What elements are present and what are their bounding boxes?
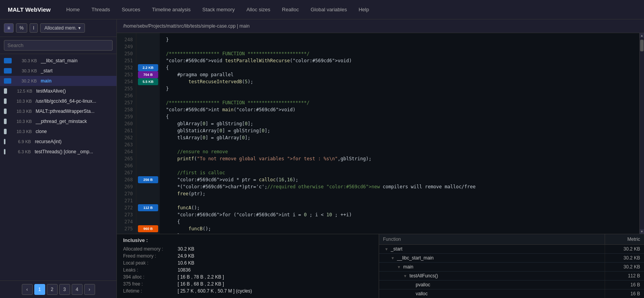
- main-container: ≡ % I Allocated mem. ▾ 30.3 KB__libc_sta…: [0, 19, 644, 298]
- code-line: //ensure no remove: [166, 148, 633, 155]
- badge-slot: [136, 162, 160, 169]
- sidebar-item[interactable]: 10.3 KBMALT::pthreadWrapperSta...: [0, 106, 116, 116]
- calltree-row[interactable]: pvalloc16 B: [379, 280, 644, 289]
- item-size: 6.3 KB: [9, 149, 31, 154]
- badge-slot: [136, 155, 160, 162]
- sidebar-item[interactable]: 6.3 KBtestThreads() [clone _omp...: [0, 147, 116, 157]
- line-number: 262: [117, 134, 136, 141]
- nav-link-sources[interactable]: Sources: [122, 7, 140, 12]
- item-bar: [4, 109, 7, 114]
- nav-link-realloc[interactable]: Realloc: [282, 7, 299, 12]
- item-name: main: [41, 78, 113, 84]
- line-number: 270: [117, 190, 136, 197]
- code-line: }: [166, 232, 633, 234]
- next-page-btn[interactable]: ›: [84, 284, 95, 295]
- page-btn-2[interactable]: 2: [47, 284, 58, 295]
- nav-link-help[interactable]: Help: [358, 7, 369, 12]
- code-line: free(ptr);: [166, 190, 633, 197]
- badge-slot: [136, 148, 160, 155]
- sort-btn-3[interactable]: I: [30, 23, 38, 33]
- badge-slot: [136, 99, 160, 106]
- item-size: 30.2 KB: [15, 79, 37, 83]
- tree-arrow-icon: ▼: [391, 256, 395, 260]
- prev-page-btn[interactable]: ‹: [22, 284, 33, 295]
- calltree-rows: ▼_start30.2 KB▼__libc_start_main30.2 KB▼…: [379, 245, 644, 298]
- code-bottom-split: 2482492502512522532542552562572582592602…: [117, 33, 644, 298]
- sidebar-item[interactable]: 10.3 KB__pthread_get_minstack: [0, 116, 116, 126]
- calltree-metric: 30.2 KB: [605, 245, 644, 253]
- stats-panel: Inclusive : Allocated memory :30.2 KBFre…: [117, 234, 379, 298]
- item-size: 12.5 KB: [11, 89, 32, 93]
- code-viewer: 2482492502512522532542552562572582592602…: [117, 33, 644, 234]
- code-scrollbar[interactable]: ▲ ▼: [639, 33, 644, 234]
- line-number: 264: [117, 148, 136, 155]
- sidebar-item[interactable]: 30.2 KBmain: [0, 76, 116, 86]
- badge-slot: [136, 85, 160, 92]
- calltree-row[interactable]: ▼_start30.2 KB: [379, 245, 644, 254]
- sidebar-item[interactable]: 30.3 KB__libc_start_main: [0, 56, 116, 66]
- calltree-row[interactable]: ▼main30.2 KB: [379, 263, 644, 272]
- line-number: 259: [117, 113, 136, 120]
- code-line: tlsArray[0] = gblArray[0];: [166, 134, 633, 141]
- code-area: 2482492502512522532542552562572582592602…: [117, 33, 639, 234]
- scrollbar-track: [640, 38, 644, 229]
- nav-link-stack-memory[interactable]: Stack memory: [202, 7, 235, 12]
- nav-link-threads[interactable]: Threads: [92, 7, 110, 12]
- item-bar: [4, 149, 5, 154]
- line-number: 268: [117, 176, 136, 183]
- calltree-func-col: ▼_start: [379, 245, 605, 253]
- calltree-metric: 16 B: [605, 289, 644, 298]
- metric-dropdown[interactable]: Allocated mem. ▾: [40, 23, 85, 33]
- calltree-panel: Function Metric ▼_start30.2 KB▼__libc_st…: [379, 234, 644, 298]
- sort-btn-2[interactable]: %: [16, 23, 27, 33]
- search-input[interactable]: [4, 40, 113, 51]
- line-number: 249: [117, 43, 136, 50]
- stats-label: Lifetime :: [123, 288, 178, 294]
- calltree-row[interactable]: valloc16 B: [379, 289, 644, 298]
- stats-value: 24.9 KB: [178, 253, 194, 259]
- sidebar-item[interactable]: 12.5 KBtestMaxAlive(): [0, 86, 116, 96]
- item-size: 10.3 KB: [11, 109, 32, 114]
- tree-arrow-icon: ▼: [403, 274, 407, 278]
- nav-link-alloc-sizes[interactable]: Alloc sizes: [246, 7, 270, 12]
- sidebar-item[interactable]: 6.9 KBrecurseA(int): [0, 137, 116, 147]
- code-line: {: [166, 218, 633, 225]
- stats-row: Local peak :10.6 KB: [123, 259, 372, 266]
- scroll-up-arrow[interactable]: ▲: [640, 33, 644, 38]
- page-btn-4[interactable]: 4: [72, 284, 83, 295]
- page-btn-1[interactable]: 1: [34, 284, 45, 295]
- nav-link-home[interactable]: Home: [66, 7, 80, 12]
- calltree-func-name: main: [403, 264, 413, 270]
- sidebar: ≡ % I Allocated mem. ▾ 30.3 KB__libc_sta…: [0, 19, 117, 298]
- nav-link-timeline-analysis[interactable]: Timeline analysis: [152, 7, 191, 12]
- item-bar: [4, 129, 7, 134]
- badge-slot: [136, 218, 160, 225]
- sidebar-item[interactable]: 10.3 KB/usr/lib/gcc/x86_64-pc-linux...: [0, 96, 116, 106]
- sidebar-item[interactable]: 10.3 KBclone: [0, 126, 116, 137]
- sort-btn-1[interactable]: ≡: [4, 23, 14, 33]
- line-number: 266: [117, 162, 136, 169]
- line-number: 256: [117, 92, 136, 99]
- stats-label: Local peak :: [123, 260, 178, 266]
- item-bar: [4, 58, 12, 63]
- scrollbar-thumb[interactable]: [640, 40, 644, 51]
- nav-link-global-variables[interactable]: Global variables: [311, 7, 347, 12]
- stats-value: [ 16 B , 68 B , 2.2 KB ]: [178, 281, 224, 287]
- code-line: funcB();: [166, 225, 633, 232]
- code-line: gblArray[0] = gblString[0];: [166, 120, 633, 127]
- badge-slot: 960 B: [136, 225, 160, 232]
- calltree-row[interactable]: ▼__libc_start_main30.2 KB: [379, 254, 644, 263]
- header-metric: Metric: [605, 234, 644, 244]
- calltree-metric: 30.2 KB: [605, 254, 644, 262]
- tree-arrow-icon: ▼: [385, 247, 388, 251]
- stats-row: Leaks :10836: [123, 266, 372, 273]
- calltree-row[interactable]: ▼testAllFuncs()112 B: [379, 272, 644, 280]
- scroll-down-arrow[interactable]: ▼: [640, 229, 644, 234]
- pagination: ‹1234›: [0, 280, 116, 298]
- code-line: /****************** FUNCTION ***********…: [166, 99, 633, 106]
- page-btn-3[interactable]: 3: [59, 284, 70, 295]
- sidebar-item[interactable]: 30.3 KB_start: [0, 66, 116, 76]
- badge-slot: 256 B: [136, 176, 160, 183]
- alloc-badge: 5.5 KB: [138, 78, 158, 85]
- line-number: 273: [117, 211, 136, 218]
